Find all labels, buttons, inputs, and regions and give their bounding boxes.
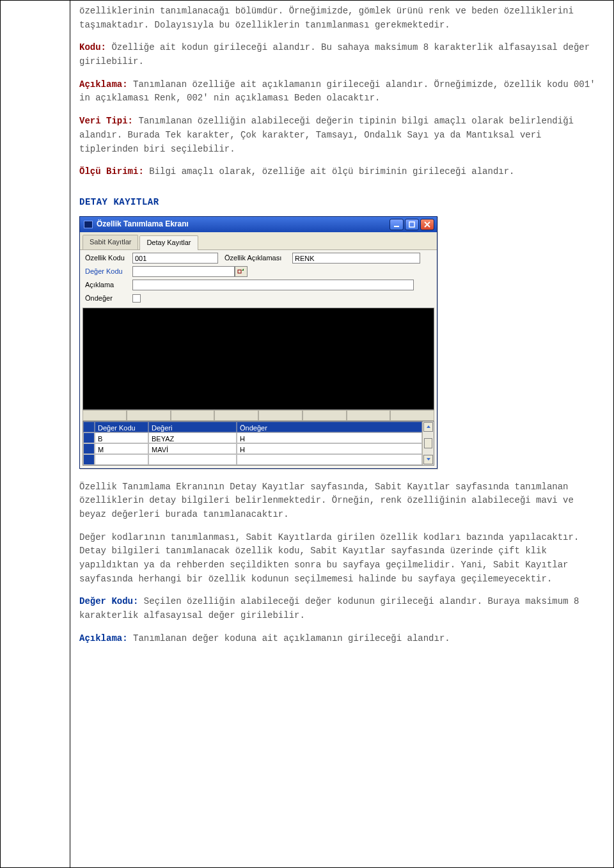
- label-ozellik-kodu: Özellik Kodu: [83, 253, 132, 264]
- seg-btn[interactable]: [127, 410, 171, 421]
- label-degerkodu2: Değer Kodu:: [79, 596, 138, 606]
- label-ondeger: Öndeğer: [83, 293, 132, 304]
- close-button[interactable]: [420, 219, 434, 230]
- para-olcu: Ölçü Birimi: Bilgi amaçlı olarak, özelli…: [79, 165, 604, 179]
- input-aciklama[interactable]: [132, 280, 414, 290]
- para-after-2: Değer kodlarının tanımlanması, Sabit Kay…: [79, 531, 604, 587]
- label-veritipi: Veri Tipi:: [79, 116, 133, 126]
- data-grid: Değer Kodu Değeri Öndeğer B BEYAZ H: [83, 421, 434, 466]
- scrollbar-vertical[interactable]: [422, 422, 434, 465]
- paragraph-intro: özelliklerinin tanımlanacağı bölümdür. Ö…: [79, 4, 604, 32]
- checkbox-ondeger[interactable]: [132, 294, 141, 303]
- cell-ondeger[interactable]: H: [237, 432, 422, 443]
- row-ondeger: Öndeğer: [83, 292, 434, 305]
- row-aciklama: Açıklama: [83, 279, 434, 292]
- maximize-button[interactable]: [405, 219, 419, 230]
- cell-ondeger[interactable]: H: [237, 443, 422, 454]
- cell-empty[interactable]: [237, 454, 422, 465]
- row-marker[interactable]: [83, 432, 95, 443]
- table-row-empty[interactable]: [83, 454, 422, 465]
- content-column: özelliklerinin tanımlanacağı bölümdür. Ö…: [70, 1, 614, 867]
- para-degerkodu2: Değer Kodu: Seçilen özelliğin alabileceğ…: [79, 595, 604, 622]
- chevron-up-icon: [426, 424, 431, 429]
- row-marker[interactable]: [83, 454, 95, 465]
- cell-degeri[interactable]: MAVİ: [148, 443, 237, 454]
- segment-bar: [83, 410, 434, 421]
- text-aciklama: Tanımlanan özelliğe ait açıklamanın giri…: [79, 79, 595, 104]
- table-row[interactable]: M MAVİ H: [83, 443, 422, 454]
- para-kodu: Kodu: Özelliğe ait kodun girileceği alan…: [79, 41, 604, 68]
- grid-head-degeri[interactable]: Değeri: [148, 422, 237, 432]
- cell-empty[interactable]: [95, 454, 148, 465]
- grid-head-degerkodu[interactable]: Değer Kodu: [95, 422, 148, 432]
- app-icon: [84, 221, 93, 228]
- label-deger-kodu: Değer Kodu: [83, 266, 132, 277]
- lookup-icon: [237, 268, 245, 276]
- label-kodu: Kodu:: [79, 42, 106, 52]
- input-ozellik-aciklamasi[interactable]: [292, 253, 420, 264]
- para-aciklama2: Açıklama: Tanımlanan değer koduna ait aç…: [79, 632, 604, 646]
- seg-btn[interactable]: [303, 410, 347, 421]
- tab-detay-kayitlar[interactable]: Detay Kayıtlar: [139, 235, 198, 250]
- scroll-thumb[interactable]: [424, 438, 432, 448]
- input-deger-kodu[interactable]: [132, 266, 235, 277]
- svg-rect-0: [394, 226, 399, 227]
- text-olcu: Bilgi amaçlı olarak, özelliğe ait ölçü b…: [144, 166, 515, 177]
- cell-degeri[interactable]: BEYAZ: [148, 432, 237, 443]
- cell-degerkodu[interactable]: B: [95, 432, 148, 443]
- dialog-title: Özellik Tanımlama Ekranı: [97, 218, 388, 230]
- text-degerkodu2: Seçilen özelliğin alabileceği değer kodu…: [79, 596, 579, 620]
- para-veritipi: Veri Tipi: Tanımlanan özelliğin alabilec…: [79, 114, 604, 156]
- table-row[interactable]: B BEYAZ H: [83, 432, 422, 443]
- form-body: Özellik Kodu Özellik Açıklaması Değer Ko…: [80, 250, 437, 468]
- row-deger-kodu: Değer Kodu: [83, 265, 434, 278]
- scroll-down-button[interactable]: [423, 455, 433, 464]
- seg-btn[interactable]: [258, 410, 303, 421]
- row-ozellik-kodu: Özellik Kodu Özellik Açıklaması: [83, 252, 434, 265]
- cell-degerkodu[interactable]: M: [95, 443, 148, 454]
- text-kodu: Özelliğe ait kodun girileceği alandır. B…: [79, 42, 590, 67]
- left-gutter: [0, 1, 70, 867]
- titlebar[interactable]: Özellik Tanımlama Ekranı: [80, 217, 437, 232]
- page-frame: özelliklerinin tanımlanacağı bölümdür. Ö…: [0, 0, 614, 868]
- minimize-button[interactable]: [390, 219, 404, 230]
- chevron-down-icon: [426, 457, 431, 462]
- text-veritipi: Tanımlanan özelliğin alabileceği değerin…: [79, 116, 574, 154]
- seg-btn[interactable]: [390, 410, 434, 421]
- row-marker[interactable]: [83, 443, 95, 454]
- tabs: Sabit Kayıtlar Detay Kayıtlar: [80, 232, 437, 250]
- dialog-ozellik-tanimlama: Özellik Tanımlama Ekranı Sabit Kayıtlar …: [79, 216, 437, 469]
- grid-header: Değer Kodu Değeri Öndeğer: [83, 422, 422, 432]
- grid-head-ondeger[interactable]: Öndeğer: [237, 422, 422, 432]
- label-ozellik-aciklamasi: Özellik Açıklaması: [224, 253, 292, 264]
- label-aciklama-field: Açıklama: [83, 280, 132, 290]
- lookup-button[interactable]: [235, 266, 248, 277]
- seg-btn[interactable]: [214, 410, 258, 421]
- label-olcu: Ölçü Birimi:: [79, 166, 144, 177]
- cell-empty[interactable]: [148, 454, 237, 465]
- label-aciklama2: Açıklama:: [79, 633, 128, 643]
- section-detay-kayitlar: DETAY KAYITLAR: [79, 196, 604, 210]
- tab-sabit-kayitlar[interactable]: Sabit Kayıtlar: [83, 235, 138, 249]
- input-ozellik-kodu[interactable]: [132, 253, 218, 264]
- para-after-1: Özellik Tanımlama Ekranının Detay Kayıtl…: [79, 480, 604, 522]
- para-aciklama: Açıklama: Tanımlanan özelliğe ait açıkla…: [79, 78, 604, 106]
- svg-rect-1: [409, 222, 414, 227]
- label-aciklama: Açıklama:: [79, 79, 128, 90]
- seg-btn[interactable]: [83, 410, 127, 421]
- svg-rect-2: [238, 270, 241, 273]
- scroll-up-button[interactable]: [423, 422, 433, 432]
- preview-pane: [83, 308, 434, 410]
- seg-btn[interactable]: [171, 410, 215, 421]
- seg-btn[interactable]: [347, 410, 391, 421]
- grid-head-marker: [83, 422, 95, 432]
- text-aciklama2: Tanımlanan değer koduna ait açıklamanın …: [128, 633, 450, 643]
